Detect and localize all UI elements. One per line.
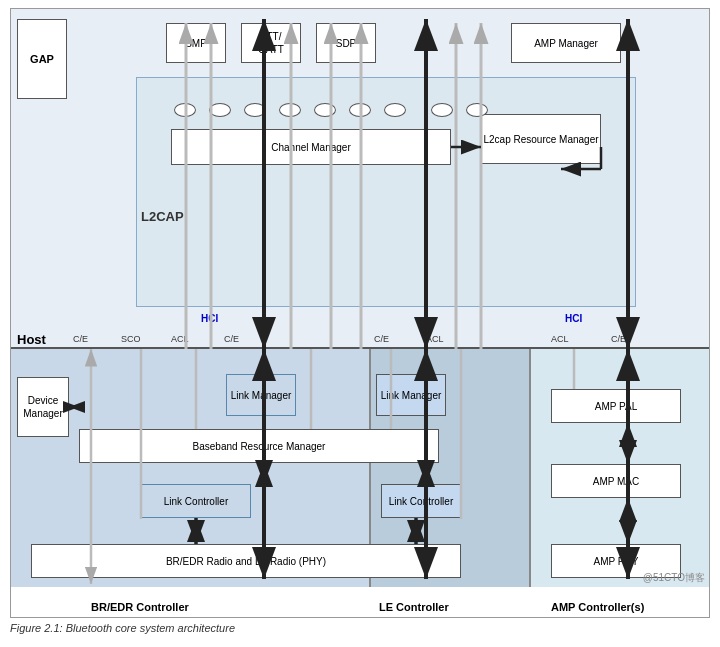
- amp-mac-label: AMP MAC: [593, 475, 640, 488]
- amp-pal-label: AMP PAL: [595, 400, 637, 413]
- hci-label-left: HCI: [201, 313, 218, 324]
- oval-6: [349, 103, 371, 117]
- att-gatt-box: ATT/ GATT: [241, 23, 301, 63]
- l2cap-resource-label: L2cap Resource Manager: [483, 133, 598, 146]
- baseband-resource-box: Baseband Resource Manager: [79, 429, 439, 463]
- oval-9: [466, 103, 488, 117]
- radio-box: BR/EDR Radio and LE Radio (PHY): [31, 544, 461, 578]
- l2cap-label: L2CAP: [141, 209, 184, 224]
- oval-8: [431, 103, 453, 117]
- smp-label: SMP: [185, 37, 207, 50]
- radio-label: BR/EDR Radio and LE Radio (PHY): [166, 555, 326, 568]
- device-manager-label: Device Manager: [18, 394, 68, 420]
- l2cap-resource-box: L2cap Resource Manager: [481, 114, 601, 164]
- host-label: Host: [17, 332, 46, 347]
- ce-label-2: C/E: [224, 334, 239, 344]
- sco-label: SCO: [121, 334, 141, 344]
- watermark: @51CTO博客: [643, 571, 705, 585]
- link-controller-le-label: Link Controller: [389, 495, 453, 508]
- amp-mac-box: AMP MAC: [551, 464, 681, 498]
- link-controller-le-box: Link Controller: [381, 484, 461, 518]
- oval-4: [279, 103, 301, 117]
- oval-5: [314, 103, 336, 117]
- oval-2: [209, 103, 231, 117]
- amp-label: AMP Controller(s): [551, 601, 644, 613]
- amp-manager-box: AMP Manager: [511, 23, 621, 63]
- ce-label-1: C/E: [73, 334, 88, 344]
- link-controller-bredr-box: Link Controller: [141, 484, 251, 518]
- oval-3: [244, 103, 266, 117]
- acl-label-right: ACL: [426, 334, 444, 344]
- amp-phy-label: AMP PHY: [594, 555, 639, 568]
- caption: Figure 2.1: Bluetooth core system archit…: [10, 622, 710, 634]
- ce-label-3: C/E: [374, 334, 389, 344]
- link-manager-bredr-box: Link Manager: [226, 374, 296, 416]
- ce-amp-label: C/E: [611, 334, 626, 344]
- acl-amp-label: ACL: [551, 334, 569, 344]
- link-manager-le-label: Link Manager: [381, 389, 442, 402]
- gap-box: GAP: [17, 19, 67, 99]
- channel-manager-label: Channel Manager: [271, 141, 351, 154]
- att-gatt-label: ATT/ GATT: [258, 30, 284, 56]
- main-container: GAP SMP ATT/ GATT SDP AMP Manager L2CAP …: [0, 0, 720, 642]
- oval-7: [384, 103, 406, 117]
- smp-box: SMP: [166, 23, 226, 63]
- bredr-label: BR/EDR Controller: [91, 601, 189, 613]
- sdp-box: SDP: [316, 23, 376, 63]
- diagram: GAP SMP ATT/ GATT SDP AMP Manager L2CAP …: [10, 8, 710, 618]
- link-manager-le-box: Link Manager: [376, 374, 446, 416]
- amp-pal-box: AMP PAL: [551, 389, 681, 423]
- amp-manager-label: AMP Manager: [534, 37, 598, 50]
- gap-label: GAP: [30, 52, 54, 66]
- sdp-label: SDP: [336, 37, 357, 50]
- acl-label-left: ACL: [171, 334, 189, 344]
- link-manager-bredr-label: Link Manager: [231, 389, 292, 402]
- le-label: LE Controller: [379, 601, 449, 613]
- oval-1: [174, 103, 196, 117]
- link-controller-bredr-label: Link Controller: [164, 495, 228, 508]
- device-manager-box: Device Manager: [17, 377, 69, 437]
- baseband-resource-label: Baseband Resource Manager: [193, 440, 326, 453]
- channel-manager-box: Channel Manager: [171, 129, 451, 165]
- hci-label-right: HCI: [565, 313, 582, 324]
